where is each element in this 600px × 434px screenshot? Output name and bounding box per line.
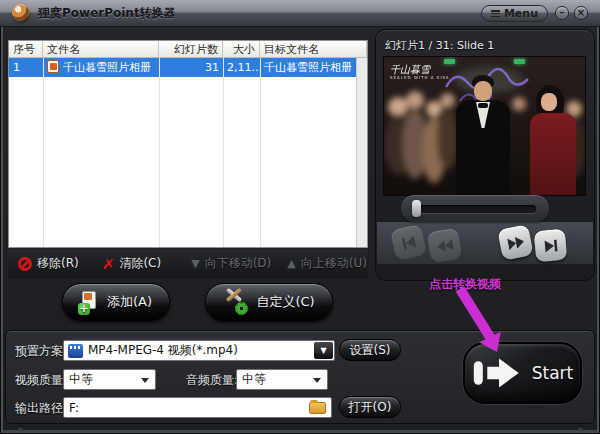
rewind-icon (436, 238, 454, 252)
clear-icon: ✗ (101, 257, 116, 271)
panel-screw-decoration (18, 426, 23, 431)
conversion-hint-text: 点击转换视频 (429, 276, 559, 293)
video-quality-value: 中等 (69, 371, 93, 388)
table-vertical-scrollbar[interactable] (356, 58, 367, 247)
start-button-label: Start (532, 363, 574, 383)
audio-quality-value: 中等 (242, 371, 266, 388)
preview-panel: 幻灯片1 / 31: Slide 1 (376, 30, 594, 280)
cell-size: 2,11... (223, 61, 260, 74)
previous-slide-button[interactable] (427, 228, 462, 263)
file-list-table: 序号 文件名 幻灯片数 大小 目标文件名 1 千山暮雪照片相册 31 2,11.… (8, 40, 368, 248)
watermark-subtitle: SEALED WITH A KISS (390, 75, 450, 80)
folder-browse-icon[interactable] (309, 402, 326, 414)
move-down-label: 向下移动(D) (205, 255, 272, 272)
move-up-label: 向上移动(U) (301, 255, 367, 272)
add-button-label: 添加(A) (107, 293, 152, 311)
title-bar: 狸窝PowerPoint转换器 Menu – × (0, 0, 600, 27)
preset-dropdown-button[interactable]: ▼ (314, 342, 333, 359)
output-path-field-wrap (63, 397, 332, 418)
mp4-format-icon (68, 344, 83, 358)
open-folder-button[interactable]: 打开(O) (339, 396, 401, 418)
video-quality-label: 视频质量: (15, 372, 67, 389)
column-divider (159, 58, 160, 247)
move-up-icon: ▲ (287, 258, 295, 269)
move-up-button[interactable]: ▲ 向上移动(U) (287, 255, 367, 272)
app-window: 狸窝PowerPoint转换器 Menu – × 序号 文件名 幻灯片数 大小 … (0, 0, 600, 434)
menu-button[interactable]: Menu (481, 5, 548, 22)
cell-filename-text: 千山暮雪照片相册 (63, 61, 151, 74)
slide-counter-label: 幻灯片1 / 31: Slide 1 (385, 38, 494, 53)
close-button[interactable]: × (574, 6, 588, 20)
cell-target: 千山暮雪照片相册 (260, 60, 356, 75)
powerpoint-file-icon (47, 60, 59, 73)
col-header-target[interactable]: 目标文件名 (260, 41, 367, 57)
preset-label: 预置方案: (15, 343, 67, 360)
cell-filename: 千山暮雪照片相册 (43, 60, 159, 75)
col-header-filename[interactable]: 文件名 (43, 41, 159, 57)
col-header-slides[interactable]: 幻灯片数 (159, 41, 223, 57)
cell-index: 1 (9, 61, 43, 74)
exit-sign (514, 59, 525, 64)
skip-end-icon (543, 239, 558, 252)
customize-tools-icon (223, 290, 247, 314)
remove-label: 移除(R) (37, 255, 79, 272)
chevron-down-icon (313, 378, 321, 383)
move-down-icon: ▼ (191, 258, 199, 269)
clear-button[interactable]: ✗ 清除(C) (103, 255, 161, 272)
move-down-button[interactable]: ▼ 向下移动(D) (191, 255, 271, 272)
app-logo-icon (12, 4, 30, 22)
menu-button-label: Menu (504, 7, 538, 20)
fast-forward-icon (507, 235, 525, 250)
watermark-title: 千山暮雪 (390, 64, 450, 75)
start-arrow-icon (472, 353, 526, 393)
customize-button-label: 自定义(C) (256, 293, 314, 311)
cell-slides: 31 (159, 61, 223, 74)
slide-preview-image: 千山暮雪 SEALED WITH A KISS (383, 56, 586, 196)
settings-button[interactable]: 设置(S) (339, 339, 401, 361)
add-file-icon: + (80, 291, 98, 313)
clear-label: 清除(C) (119, 255, 161, 272)
seek-slider (401, 195, 549, 222)
seek-slider-track[interactable] (416, 205, 536, 213)
chevron-down-icon (141, 378, 149, 383)
preset-combobox[interactable]: MP4-MPEG-4 视频(*.mp4) ▼ (63, 340, 335, 361)
menu-icon (491, 10, 500, 17)
seek-slider-thumb[interactable] (412, 200, 421, 217)
drama-watermark: 千山暮雪 SEALED WITH A KISS (390, 64, 450, 80)
app-title: 狸窝PowerPoint转换器 (38, 5, 176, 22)
col-header-size[interactable]: 大小 (223, 41, 260, 57)
minimize-button[interactable]: – (555, 6, 569, 20)
column-divider (223, 58, 224, 247)
video-quality-select[interactable]: 中等 (63, 369, 156, 390)
output-path-input[interactable] (64, 398, 331, 417)
list-toolbar: 移除(R) ✗ 清除(C) ▼ 向下移动(D) ▲ 向上移动(U) (8, 249, 368, 278)
audio-quality-label: 音频质量: (186, 372, 238, 389)
last-slide-button[interactable] (534, 229, 568, 263)
col-header-index[interactable]: 序号 (9, 41, 43, 57)
table-header: 序号 文件名 幻灯片数 大小 目标文件名 (9, 41, 367, 58)
column-divider (260, 58, 261, 247)
settings-panel: 预置方案: MP4-MPEG-4 视频(*.mp4) ▼ 设置(S) 视频质量:… (5, 330, 595, 424)
remove-icon (18, 257, 32, 271)
add-button[interactable]: + 添加(A) (62, 283, 170, 321)
column-divider (43, 58, 44, 247)
skip-start-icon (400, 235, 416, 250)
audio-quality-select[interactable]: 中等 (236, 369, 328, 390)
preset-value: MP4-MPEG-4 视频(*.mp4) (88, 342, 238, 359)
output-path-label: 输出路径: (15, 400, 67, 417)
remove-button[interactable]: 移除(R) (18, 255, 79, 272)
start-button[interactable]: Start (463, 342, 582, 404)
panel-screw-decoration (578, 426, 583, 431)
customize-button[interactable]: 自定义(C) (205, 283, 333, 321)
table-row-selected[interactable]: 1 千山暮雪照片相册 31 2,11... 千山暮雪照片相册 (9, 58, 356, 77)
